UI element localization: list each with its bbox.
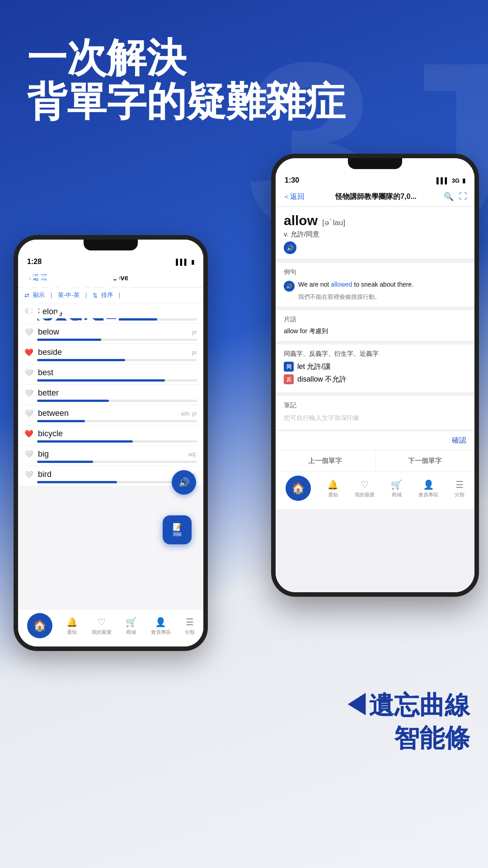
- word-progress-bar-container: [37, 359, 197, 361]
- dict-pos: v.: [284, 230, 289, 238]
- dict-example: 🔊 We are not allowed to sneak about ther…: [284, 280, 466, 292]
- example-before: We are not: [298, 281, 331, 288]
- phone-2-time: 1:30: [285, 176, 299, 184]
- nav-member-2[interactable]: 👤 會員專區: [418, 479, 438, 498]
- word-item[interactable]: 🤍betweenadv. pr: [18, 405, 203, 425]
- phone-2-screen: 1:30 ▌▌▌ 3G ▮ ＜返回 怪物講師教學團隊的7,0... 🔍 ⛶: [276, 158, 474, 592]
- syn-text-1: let 允許/讓: [297, 362, 331, 372]
- word-list: 🤍belong🤍belowpr❤️besidepr🤍best🤍better🤍be…: [18, 303, 203, 609]
- notify-icon-2: 🔔: [327, 479, 338, 490]
- word-text: beside: [38, 348, 192, 357]
- network-label-2: 3G: [452, 177, 460, 184]
- word-progress-bar-container: [37, 440, 197, 443]
- notes-input[interactable]: 您可自行輸入文字加深印象: [284, 412, 466, 424]
- word-progress-bar: [37, 400, 109, 402]
- phone-2-title: 怪物講師教學團隊的7,0...: [308, 192, 444, 202]
- dict-example-section: 例句 🔊 We are not allowed to sneak about t…: [276, 263, 474, 307]
- word-heart-icon[interactable]: ❤️: [24, 348, 33, 357]
- dict-word: allow: [284, 213, 318, 228]
- word-heart-icon[interactable]: 🤍: [24, 328, 33, 336]
- example-translation: 我們不能在那裡偷偷摸摸行動。: [298, 293, 466, 301]
- example-after: to sneak about there.: [352, 281, 413, 288]
- search-icon[interactable]: 🔍: [444, 192, 454, 202]
- word-tag: pr: [192, 329, 197, 335]
- favorites-label-2: 我的最愛: [355, 491, 375, 498]
- word-heart-icon[interactable]: 🤍: [24, 389, 33, 397]
- shop-icon: 🛒: [126, 617, 137, 627]
- word-item[interactable]: 🤍better: [18, 385, 203, 405]
- word-tag: pr: [192, 349, 197, 356]
- phone-2-status-icons: ▌▌▌ 3G ▮: [436, 177, 465, 184]
- nav-notify-2[interactable]: 🔔 通知: [327, 479, 338, 498]
- confirm-button[interactable]: 確認: [452, 436, 466, 444]
- phone-2-back-btn[interactable]: ＜返回: [283, 192, 305, 202]
- phone-1-status-icons: ▌▌▌ ▮: [176, 259, 194, 265]
- test-icon: 📝: [173, 523, 182, 531]
- bottom-right-line1: ◀遺忘曲線: [343, 689, 470, 722]
- word-progress-bar: [37, 440, 133, 443]
- syn-badge-1: 同: [284, 362, 294, 372]
- word-progress-bar-container: [37, 339, 197, 341]
- word-item[interactable]: 🤍best: [18, 364, 203, 385]
- heart-icon-2: ♡: [361, 479, 369, 490]
- left-label-line1: 詳細解析▶: [23, 262, 149, 295]
- prev-word-btn[interactable]: 上一個單字: [276, 450, 375, 472]
- example-text: We are not allowed to sneak about there.: [298, 280, 413, 289]
- menu-icon: ☰: [186, 617, 194, 627]
- dict-confirm-section: 確認: [276, 431, 474, 450]
- home-button[interactable]: 🏠: [27, 613, 52, 638]
- signal-icon-2: ▌▌▌: [436, 177, 449, 184]
- word-item[interactable]: 🤍bigadj.: [18, 446, 203, 466]
- dict-audio-btn[interactable]: 🔊: [284, 241, 296, 254]
- left-label-line2: 真人發音: [23, 295, 149, 328]
- word-text: big: [38, 449, 188, 459]
- phone-2-bottom-nav: 🏠 🔔 通知 ♡ 我的最愛 🛒 商城 👤 會員: [276, 472, 474, 509]
- header-line2: 背單字的疑難雜症: [27, 80, 345, 124]
- word-heart-icon[interactable]: 🤍: [24, 470, 33, 479]
- synonym-item-1: 同 let 允許/讓: [284, 362, 466, 372]
- word-heart-icon[interactable]: 🤍: [24, 450, 33, 458]
- word-progress-bar-container: [37, 461, 197, 463]
- word-progress-bar-container: [37, 400, 197, 402]
- word-item[interactable]: ❤️besidepr: [18, 344, 203, 364]
- notify-label-2: 通知: [328, 491, 338, 498]
- example-highlight: allowed: [331, 281, 352, 288]
- header-section: 一次解決 背單字的疑難雜症: [27, 36, 345, 124]
- example-audio-btn[interactable]: 🔊: [284, 281, 295, 292]
- shop-label: 商城: [126, 629, 136, 636]
- word-heart-icon[interactable]: ❤️: [24, 429, 33, 438]
- dict-nav-buttons: 上一個單字 下一個單字: [276, 450, 474, 472]
- word-progress-bar-container: [37, 379, 197, 382]
- nav-notify[interactable]: 🔔 通知: [66, 617, 78, 636]
- nav-category[interactable]: ☰ 分類: [185, 617, 195, 636]
- word-heart-icon[interactable]: 🤍: [24, 409, 33, 418]
- float-audio-button[interactable]: 🔊: [172, 470, 196, 495]
- expand-icon[interactable]: ⛶: [459, 192, 467, 202]
- home-button-2[interactable]: 🏠: [286, 476, 311, 501]
- nav-shop[interactable]: 🛒 商城: [126, 617, 137, 636]
- dict-pos-meaning: v. 允許/同意: [284, 230, 466, 239]
- phone-2-nav-icons: 🔍 ⛶: [444, 192, 467, 202]
- test-label: 測驗: [173, 531, 182, 538]
- nav-favorites-2[interactable]: ♡ 我的最愛: [355, 479, 375, 498]
- nav-shop-2[interactable]: 🛒 商城: [391, 479, 402, 498]
- nav-member[interactable]: 👤 會員專區: [151, 617, 171, 636]
- next-word-btn[interactable]: 下一個單字: [375, 450, 475, 472]
- word-text: below: [38, 327, 192, 337]
- dict-word-section: allow [əˋlau] v. 允許/同意 🔊: [276, 207, 474, 259]
- phone-2: 1:30 ▌▌▌ 3G ▮ ＜返回 怪物講師教學團隊的7,0... 🔍 ⛶: [271, 154, 479, 597]
- word-progress-bar: [37, 379, 165, 382]
- float-test-button[interactable]: 📝 測驗: [163, 515, 192, 544]
- ant-text-1: disallow 不允許: [297, 375, 347, 384]
- signal-icon: ▌▌▌: [176, 259, 188, 265]
- nav-category-2[interactable]: ☰ 分類: [455, 479, 465, 498]
- word-item[interactable]: ❤️bicycle: [18, 425, 203, 446]
- member-label-2: 會員專區: [418, 491, 438, 498]
- phone-1-bottom-nav: 🏠 🔔 通知 ♡ 我的最愛 🛒 商城 👤 會員專區: [18, 609, 203, 646]
- bottom-right-line2: 智能條: [343, 722, 470, 755]
- nav-favorites[interactable]: ♡ 我的最愛: [92, 617, 112, 636]
- notes-title: 筆記: [284, 401, 466, 410]
- category-label-2: 分類: [455, 491, 465, 498]
- word-text: better: [38, 388, 197, 398]
- word-heart-icon[interactable]: 🤍: [24, 368, 33, 377]
